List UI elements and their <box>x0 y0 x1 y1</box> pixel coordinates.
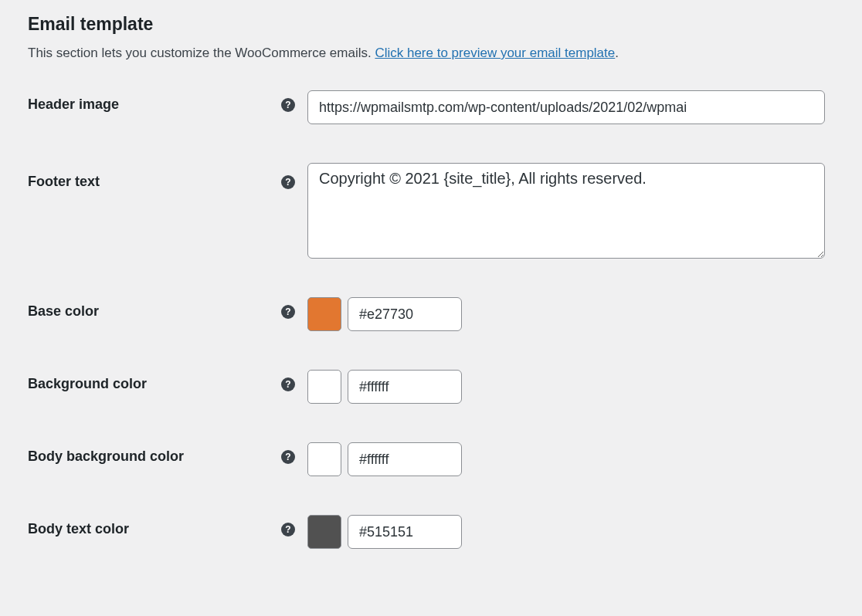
section-description-text: This section lets you customize the WooC… <box>28 46 375 60</box>
help-icon[interactable]: ? <box>281 450 295 464</box>
section-description: This section lets you customize the WooC… <box>28 46 834 61</box>
label-background-color: Background color <box>28 376 147 392</box>
section-description-suffix: . <box>615 46 619 60</box>
background-color-input[interactable] <box>348 370 462 404</box>
label-base-color: Base color <box>28 303 99 320</box>
row-footer-text: Footer text ? <box>28 163 834 259</box>
help-icon[interactable]: ? <box>281 98 295 112</box>
preview-template-link[interactable]: Click here to preview your email templat… <box>375 46 615 60</box>
body-text-color-input[interactable] <box>348 515 462 549</box>
body-text-color-swatch[interactable] <box>307 515 341 549</box>
help-icon[interactable]: ? <box>281 305 295 319</box>
label-body-background-color: Body background color <box>28 448 184 465</box>
label-footer-text: Footer text <box>28 174 100 190</box>
background-color-swatch[interactable] <box>307 370 341 404</box>
settings-form: Header image ? Footer text ? Base color … <box>28 90 834 549</box>
base-color-input[interactable] <box>348 297 462 331</box>
row-body-background-color: Body background color ? <box>28 442 834 476</box>
body-background-color-swatch[interactable] <box>307 442 341 476</box>
row-base-color: Base color ? <box>28 297 834 331</box>
row-body-text-color: Body text color ? <box>28 515 834 549</box>
label-header-image: Header image <box>28 96 119 113</box>
base-color-swatch[interactable] <box>307 297 341 331</box>
row-background-color: Background color ? <box>28 370 834 404</box>
section-title: Email template <box>28 14 834 35</box>
help-icon[interactable]: ? <box>281 175 295 189</box>
row-header-image: Header image ? <box>28 90 834 124</box>
help-icon[interactable]: ? <box>281 377 295 391</box>
help-icon[interactable]: ? <box>281 523 295 536</box>
header-image-input[interactable] <box>307 90 825 124</box>
footer-text-input[interactable] <box>307 163 825 259</box>
label-body-text-color: Body text color <box>28 521 129 537</box>
body-background-color-input[interactable] <box>348 442 462 476</box>
